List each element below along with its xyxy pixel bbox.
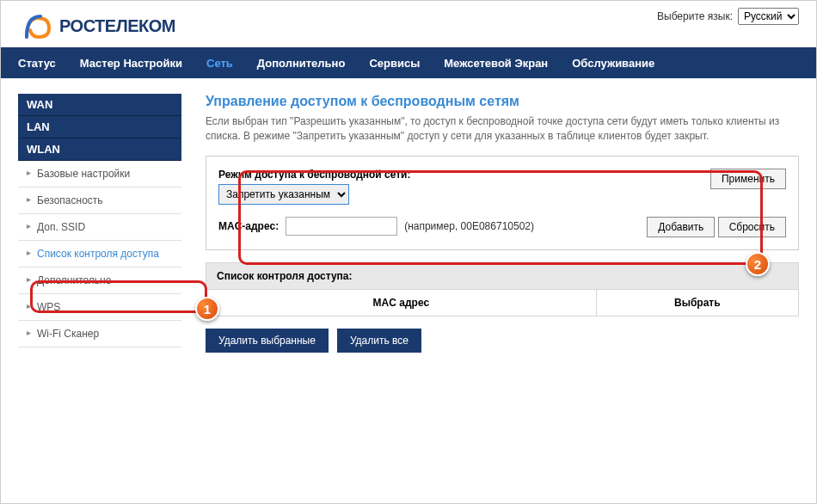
delete-all-button[interactable]: Удалить все [337,329,421,353]
acl-table-header: MAC адрес Выбрать [206,290,799,317]
mac-hint: (например, 00E086710502) [404,220,534,232]
nav-status[interactable]: Статус [18,57,56,70]
language-label: Выберите язык: [657,10,733,22]
sidebar-item-basic[interactable]: Базовые настройки [18,161,181,187]
logo-icon [18,8,54,44]
mac-label: MAC-адрес: [218,220,279,232]
apply-button[interactable]: Применить [710,169,786,189]
sidebar: WAN LAN WLAN Базовые настройки Безопасно… [18,94,181,353]
sidebar-item-acl[interactable]: Список контроля доступа [18,241,181,267]
page-description: Если выбран тип "Разрешить указанным", т… [206,114,799,144]
mode-label: Режим доступа к беспроводной сети: [218,169,614,181]
nav-services[interactable]: Сервисы [369,57,420,70]
col-mac: MAC адрес [206,290,597,316]
reset-button[interactable]: Сбросить [718,217,786,237]
mac-input[interactable] [286,217,397,236]
sidebar-header-wan[interactable]: WAN [18,94,181,116]
language-select[interactable]: Русский [738,8,799,25]
acl-list-title: Список контроля доступа: [206,262,799,290]
mode-select[interactable]: Запретить указанным [218,184,349,205]
col-select: Выбрать [597,290,798,316]
delete-selected-button[interactable]: Удалить выбранные [206,329,329,353]
nav-network[interactable]: Сеть [206,57,233,70]
add-button[interactable]: Добавить [647,217,715,237]
sidebar-item-wps[interactable]: WPS [18,294,181,321]
page-title: Управление доступом к беспроводным сетям [206,94,799,109]
sidebar-item-advanced[interactable]: Дополнительно [18,267,181,294]
nav-wizard[interactable]: Мастер Настройки [80,57,182,70]
nav-firewall[interactable]: Межсетевой Экран [444,57,548,70]
sidebar-header-lan[interactable]: LAN [18,116,181,138]
sidebar-item-scanner[interactable]: Wi-Fi Сканер [18,321,181,347]
sidebar-item-security[interactable]: Безопасность [18,187,181,214]
brand-logo: РОСТЕЛЕКОМ [18,8,175,44]
nav-advanced[interactable]: Дополнительно [257,57,346,70]
nav-maintenance[interactable]: Обслуживание [572,57,654,70]
sidebar-item-ssid[interactable]: Доп. SSID [18,214,181,241]
logo-text: РОСТЕЛЕКОМ [59,16,175,36]
access-mode-form: Режим доступа к беспроводной сети: Запре… [206,156,799,250]
sidebar-header-wlan[interactable]: WLAN [18,138,181,161]
top-nav: Статус Мастер Настройки Сеть Дополнитель… [1,47,816,78]
